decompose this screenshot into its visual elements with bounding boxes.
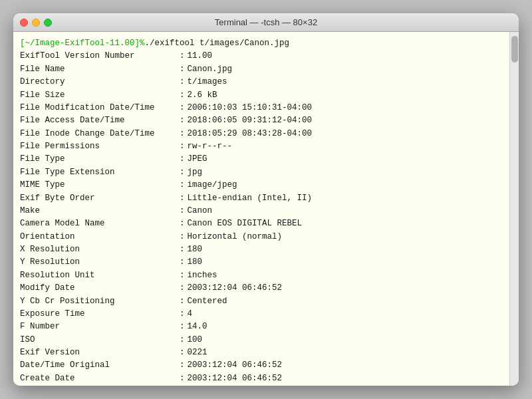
field-value: Y, Cb, Cr, -	[188, 385, 247, 386]
table-row: File Type Extension: jpg	[20, 166, 503, 179]
field-value: 2018:05:29 08:43:28-04:00	[188, 128, 313, 140]
field-name: Directory	[20, 76, 180, 88]
field-separator: :	[180, 231, 185, 243]
field-value: 4	[188, 308, 193, 321]
field-value: 2003:12:04 06:46:52	[188, 372, 283, 385]
table-row: File Size: 2.6 kB	[20, 89, 503, 102]
field-name: X Resolution	[20, 243, 180, 256]
field-name: Exif Version	[20, 346, 180, 359]
table-row: Make: Canon	[20, 205, 503, 217]
field-separator: :	[180, 217, 185, 230]
field-name: File Access Date/Time	[20, 114, 180, 127]
field-separator: :	[180, 295, 185, 308]
field-name: ExifTool Version Number	[20, 50, 180, 63]
table-row: Y Resolution: 180	[20, 256, 503, 269]
close-button[interactable]	[20, 19, 28, 27]
field-name: File Type	[20, 153, 180, 166]
field-value: 2006:10:03 15:10:31-04:00	[188, 102, 313, 114]
field-separator: :	[180, 359, 185, 372]
table-row: File Inode Change Date/Time: 2018:05:29 …	[20, 128, 503, 140]
field-value: 2018:06:05 09:31:12-04:00	[188, 114, 313, 127]
field-name: Modify Date	[20, 282, 180, 295]
field-name: ISO	[20, 334, 180, 346]
field-separator: :	[180, 140, 185, 153]
maximize-button[interactable]	[44, 19, 52, 27]
field-name: Exif Byte Order	[20, 192, 180, 205]
window-title: Terminal — -tcsh — 80×32	[215, 17, 317, 27]
table-row: F Number: 14.0	[20, 321, 503, 333]
content-area: [~/Image-ExifTool-11.00]% ./exiftool t/i…	[13, 32, 519, 386]
scrollbar[interactable]	[509, 32, 519, 386]
table-row: File Access Date/Time: 2018:06:05 09:31:…	[20, 114, 503, 127]
table-row: File Modification Date/Time: 2006:10:03 …	[20, 102, 503, 114]
prompt: [~/Image-ExifTool-11.00]%	[20, 37, 145, 50]
field-separator: :	[180, 346, 185, 359]
field-value: 180	[188, 243, 203, 256]
table-row: Camera Model Name: Canon EOS DIGITAL REB…	[20, 217, 503, 230]
field-separator: :	[180, 334, 185, 346]
field-value: JPEG	[188, 153, 207, 166]
table-row: ExifTool Version Number: 11.00	[20, 50, 503, 63]
field-separator: :	[180, 192, 185, 205]
table-row: File Type: JPEG	[20, 153, 503, 166]
field-separator: :	[180, 179, 185, 192]
table-row: Y Cb Cr Positioning: Centered	[20, 295, 503, 308]
field-name: File Modification Date/Time	[20, 102, 180, 114]
field-separator: :	[180, 372, 185, 385]
field-value: 0221	[188, 346, 207, 359]
field-name: F Number	[20, 321, 180, 333]
field-separator: :	[180, 63, 185, 76]
field-value: 2003:12:04 06:46:52	[188, 359, 283, 372]
field-value: t/images	[188, 76, 227, 88]
field-value: Little-endian (Intel, II)	[188, 192, 313, 205]
field-separator: :	[180, 128, 185, 140]
table-row: Components Configuration: Y, Cb, Cr, -	[20, 385, 503, 386]
field-name: Orientation	[20, 231, 180, 243]
field-name: File Type Extension	[20, 166, 180, 179]
titlebar: Terminal — -tcsh — 80×32	[13, 13, 519, 32]
field-value: 180	[188, 256, 203, 269]
table-row: File Name: Canon.jpg	[20, 63, 503, 76]
command: ./exiftool t/images/Canon.jpg	[145, 37, 290, 50]
field-separator: :	[180, 243, 185, 256]
field-value: inches	[188, 269, 217, 282]
field-name: Exposure Time	[20, 308, 180, 321]
field-name: Make	[20, 205, 180, 217]
prompt-row: [~/Image-ExifTool-11.00]% ./exiftool t/i…	[20, 37, 503, 50]
field-name: MIME Type	[20, 179, 180, 192]
table-row: Resolution Unit: inches	[20, 269, 503, 282]
table-row: File Permissions: rw-r--r--	[20, 140, 503, 153]
field-value: Canon EOS DIGITAL REBEL	[188, 217, 303, 230]
field-name: Resolution Unit	[20, 269, 180, 282]
table-row: Orientation: Horizontal (normal)	[20, 231, 503, 243]
field-name: File Name	[20, 63, 180, 76]
field-value: 2003:12:04 06:46:52	[188, 282, 283, 295]
field-name: File Inode Change Date/Time	[20, 128, 180, 140]
field-separator: :	[180, 89, 185, 102]
field-name: File Permissions	[20, 140, 180, 153]
traffic-lights	[20, 19, 52, 27]
table-row: Date/Time Original: 2003:12:04 06:46:52	[20, 359, 503, 372]
field-value: jpg	[188, 166, 203, 179]
field-separator: :	[180, 282, 185, 295]
field-separator: :	[180, 308, 185, 321]
table-row: ISO: 100	[20, 334, 503, 346]
field-name: Components Configuration	[20, 385, 180, 386]
table-row: Create Date: 2003:12:04 06:46:52	[20, 372, 503, 385]
table-row: X Resolution: 180	[20, 243, 503, 256]
field-separator: :	[180, 256, 185, 269]
field-separator: :	[180, 166, 185, 179]
table-row: Exposure Time: 4	[20, 308, 503, 321]
fields-list: ExifTool Version Number: 11.00File Name:…	[20, 50, 503, 386]
field-separator: :	[180, 205, 185, 217]
field-value: 14.0	[188, 321, 207, 333]
field-value: Canon	[188, 205, 213, 217]
scrollbar-thumb[interactable]	[511, 36, 518, 63]
field-value: 11.00	[188, 50, 213, 63]
field-value: 100	[188, 334, 203, 346]
table-row: Exif Version: 0221	[20, 346, 503, 359]
minimize-button[interactable]	[32, 19, 40, 27]
field-name: Date/Time Original	[20, 359, 180, 372]
table-row: Modify Date: 2003:12:04 06:46:52	[20, 282, 503, 295]
terminal-output[interactable]: [~/Image-ExifTool-11.00]% ./exiftool t/i…	[13, 32, 509, 386]
